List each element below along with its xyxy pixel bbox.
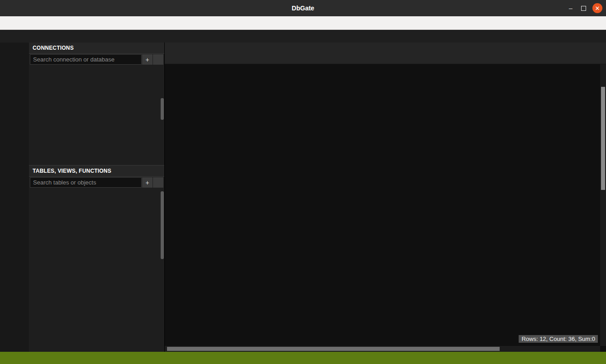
tables-search-input[interactable] bbox=[30, 177, 142, 188]
toolbar bbox=[0, 30, 606, 43]
connections-search-input[interactable] bbox=[30, 54, 142, 65]
refresh-connections-button[interactable] bbox=[153, 54, 163, 65]
activity-rail bbox=[0, 43, 29, 352]
selection-summary-badge: Rows: 12, Count: 36, Sum:0 bbox=[519, 335, 598, 343]
data-grid: Rows: 12, Count: 36, Sum:0 bbox=[165, 64, 606, 352]
left-panel: CONNECTIONS + TABLES, VIEWS, FUNCTIONS + bbox=[29, 43, 165, 352]
add-connection-small-button[interactable]: + bbox=[142, 54, 153, 65]
tables-scrollbar[interactable] bbox=[161, 191, 164, 259]
tables-panel: TABLES, VIEWS, FUNCTIONS + bbox=[29, 165, 164, 352]
grid-horizontal-scrollbar[interactable] bbox=[165, 346, 600, 352]
tab-bar bbox=[165, 51, 606, 64]
connections-header: CONNECTIONS bbox=[29, 43, 164, 54]
connections-panel: CONNECTIONS + bbox=[29, 43, 164, 165]
minimize-button[interactable]: – bbox=[567, 5, 575, 12]
window-title: DbGate bbox=[0, 5, 606, 12]
close-button[interactable]: ✕ bbox=[592, 3, 602, 13]
connections-scrollbar[interactable] bbox=[161, 98, 164, 120]
refresh-tables-button[interactable] bbox=[153, 177, 163, 188]
tab-group-strip bbox=[165, 43, 606, 51]
menu-bar bbox=[0, 16, 606, 30]
window-titlebar: DbGate – ✕ bbox=[0, 0, 606, 16]
grid-vertical-scrollbar[interactable] bbox=[600, 64, 606, 346]
tables-header: TABLES, VIEWS, FUNCTIONS bbox=[29, 165, 164, 177]
maximize-button[interactable] bbox=[581, 6, 586, 11]
status-bar bbox=[0, 352, 606, 364]
add-table-button[interactable]: + bbox=[142, 177, 153, 188]
